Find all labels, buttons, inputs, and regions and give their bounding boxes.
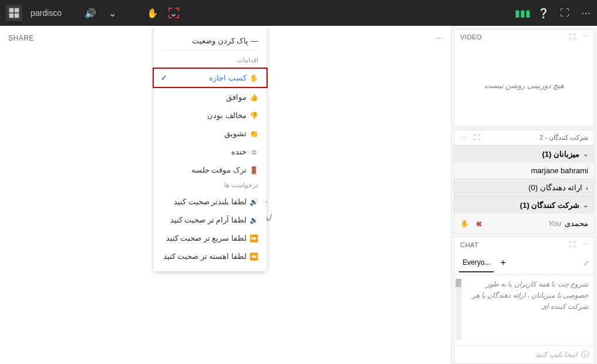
thumbs-up-icon: 👍 [250,93,258,102]
hand-chevron-icon[interactable]: ⌄ [168,8,179,18]
attendees-panel: شرکت کنندگان - 2 ⛶ ⋯ ⌄ میزبانان (1) marj… [454,130,595,234]
chat-header: CHAT ⛶ ⋯ [454,237,594,252]
volume-down-icon: 🔉 [250,216,258,224]
chat-input-row: ⓘ اینجا تایپ کنید [454,345,594,363]
speaker-icon[interactable]: 🔊 [85,8,96,18]
dropdown-item-applaud[interactable]: 👏تشویق [154,124,267,143]
svg-rect-2 [9,14,14,18]
group-presenters-label: ارائه دهندگان (0) [528,183,582,192]
raised-hand-icon: ✋ [460,220,469,228]
signal-icon[interactable]: ▮▮▮ [517,8,528,18]
svg-rect-0 [9,8,14,13]
hand-icon[interactable]: ✋ [147,8,158,18]
chat-add-tab[interactable]: ＋ [494,252,512,274]
participant-entry[interactable]: محمدی You » ✋ [454,214,594,233]
chat-input[interactable]: اینجا تایپ کنید [460,350,577,359]
raise-hand-icon: ✋ [250,74,258,82]
dropdown-item-speak-slower[interactable]: ⏪لطفا اهسته تر صحبت کنید [154,247,267,265]
door-icon: 🚪 [250,166,258,174]
dropdown-section-actions: اقدامات [154,54,267,68]
right-sidebar: VIDEO ⛶ ⋯ هیچ دوربینی روشن نیست شرکت کنن… [451,26,597,364]
dropdown-section-requests: درخواست ها [154,179,267,193]
speaker-chevron-icon[interactable]: ⌄ [107,8,118,18]
svg-rect-3 [15,14,19,18]
host-entry[interactable]: marjane bahrami [454,163,594,178]
svg-rect-1 [15,8,19,13]
chat-panel: CHAT ⛶ ⋯ Everyo... ＋ ⤢ شروع چت با همه کا… [454,237,595,364]
share-label: SHARE [8,34,34,42]
fullscreen-icon[interactable]: ⛶ [559,8,570,18]
header-right: ▮▮▮ ❔ ⛶ ⋯ [517,8,591,18]
participant-you-badge: You [548,219,561,228]
dropdown-item-speak-louder[interactable]: 🔊لطفا بلندتر صحبت کنید [154,193,267,211]
video-more-icon[interactable]: ⋯ [582,33,589,41]
attendees-label: شرکت کنندگان - 2 [539,134,588,141]
chat-expand-icon[interactable]: ⤢ [583,259,589,267]
chat-body: شروع چت با همه کاربران یا به طور خصوصی ب… [454,274,594,345]
attendees-fullscreen-icon[interactable]: ⛶ [473,134,480,141]
app-header: pardisco 🔊 ⌄ ✋ ⌄ ▮▮▮ ❔ ⛶ ⋯ [0,0,597,26]
attendees-more-icon[interactable]: ⋯ [460,134,467,141]
video-panel: VIDEO ⛶ ⋯ هیچ دوربینی روشن نیست [454,29,595,127]
help-icon[interactable]: ❔ [538,8,549,18]
video-header: VIDEO ⛶ ⋯ [454,29,594,44]
rewind-icon: ⏪ [250,252,258,261]
group-presenters[interactable]: › ارائه دهندگان (0) [454,178,594,196]
group-participants-label: شرکت کنندگان (1) [520,201,579,210]
clap-icon: 👏 [250,130,258,138]
fast-forward-icon: ⏩ [250,234,258,242]
dropdown-item-step-away[interactable]: 🚪ترک موقت جلسه [154,161,267,179]
body: SHARE ⋯ چیزی به شده لطفا منتظر بمانی وع … [0,26,597,364]
chevron-down-icon: ⌄ [583,150,588,158]
share-more-icon[interactable]: ⋯ [436,34,443,42]
dropdown-clear-status[interactable]: — پاک کردن وضعیت [162,32,258,50]
chat-fullscreen-icon[interactable]: ⛶ [569,241,576,248]
group-participants[interactable]: ⌄ شرکت کنندگان (1) [454,196,594,214]
chat-empty-text: شروع چت با همه کاربران یا به طور خصوصی ب… [472,280,588,311]
chevron-right-icon: › [586,184,588,191]
chat-tab-everyone[interactable]: Everyo... [459,254,494,272]
chat-label: CHAT [460,241,478,248]
arrow-indicator-icon: » [476,217,482,230]
app-logo [6,5,22,21]
chevron-down-icon: ⌄ [583,201,588,209]
info-icon[interactable]: ⓘ [581,349,588,360]
chat-more-icon[interactable]: ⋯ [582,241,589,248]
dropdown-item-speak-faster[interactable]: ⏩لطفا سریع تر صحبت کنید [154,229,267,247]
smile-icon: ☺ [250,148,258,156]
chat-scroll-thumb[interactable] [456,279,461,287]
dropdown-item-laugh[interactable]: ☺خنده [154,143,267,161]
volume-up-icon: 🔊 [250,198,258,206]
group-hosts[interactable]: ⌄ میزبانان (1) [454,145,594,163]
video-fullscreen-icon[interactable]: ⛶ [569,33,576,41]
attendees-header: شرکت کنندگان - 2 ⛶ ⋯ [454,130,594,145]
more-icon[interactable]: ⋯ [581,8,591,18]
dropdown-item-raise-hand[interactable]: ✋کسب اجازه [153,68,268,88]
dropdown-item-speak-softer[interactable]: 🔉لطفا آرام تر صحبت کنید [154,211,267,229]
header-controls: 🔊 ⌄ ✋ ⌄ [85,8,179,18]
status-dropdown: — پاک کردن وضعیت اقدامات ✋کسب اجازه 👍موا… [154,26,267,271]
app-title: pardisco [31,8,62,18]
group-hosts-label: میزبانان (1) [542,150,579,159]
dropdown-item-agree[interactable]: 👍موافق [154,88,267,106]
video-empty-text: هیچ دوربینی روشن نیست [484,81,565,90]
chat-scrollbar[interactable] [456,279,461,341]
participant-name: محمدی [565,219,588,228]
chat-tabs: Everyo... ＋ ⤢ [454,252,594,274]
video-label: VIDEO [460,33,482,41]
dropdown-item-disagree[interactable]: 👎مخالف بودن [154,106,267,124]
video-body: هیچ دوربینی روشن نیست [454,44,594,126]
thumbs-down-icon: 👎 [250,112,258,120]
host-name: marjane bahrami [531,166,588,175]
